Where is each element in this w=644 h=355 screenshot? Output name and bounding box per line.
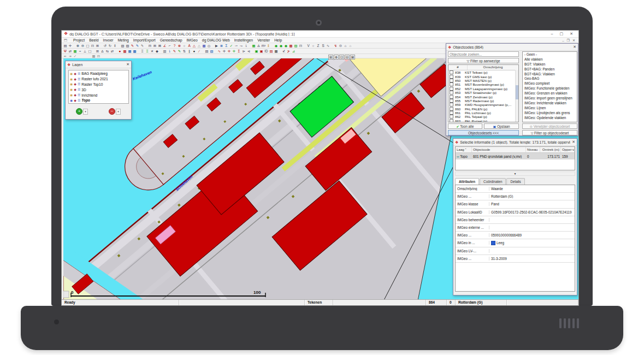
toolbar-icon[interactable]: Z [316, 44, 321, 48]
checkbox-icon[interactable] [491, 241, 495, 245]
toolbar-icon[interactable]: ↯ [333, 44, 338, 48]
toolbar-icon[interactable]: ⇅ [182, 49, 187, 54]
sort-asc-icon[interactable]: ˆ [465, 147, 466, 151]
toolbar-icon[interactable]: ∿ [326, 44, 330, 48]
layer-item[interactable]: ◉ ◆ ☰ Inrichtend [70, 92, 127, 98]
toolbar-icon[interactable]: ∆ [256, 44, 261, 48]
toolbar-icon[interactable]: ○ [182, 44, 187, 48]
toolbar-icon[interactable]: V [306, 44, 311, 48]
objectcode-row[interactable]: 861 PAL Lichtmast (p) [448, 111, 518, 115]
objectcode-checkbox[interactable] [450, 87, 453, 91]
filter-objectcodeset-button[interactable]: ▽ Filter op objectcodeset [522, 130, 577, 135]
remove-layer-dropdown-icon[interactable]: ▾ [116, 109, 121, 115]
toolbar-icon[interactable]: ID [264, 49, 269, 54]
menu-item[interactable]: Help [274, 38, 282, 42]
toolbar-icon[interactable]: m³ [261, 44, 266, 48]
map-zoom-button[interactable]: ⊠ [350, 55, 355, 60]
toolbar-icon[interactable]: ✎ [177, 49, 182, 54]
objectcode-row[interactable]: 854 MST Zendmast (p) [448, 94, 518, 98]
toolbar-icon[interactable]: ⊀ [281, 49, 286, 54]
layer-legend-icon[interactable]: ☰ [78, 99, 80, 102]
toolbar-icon[interactable]: ⊡ [298, 44, 303, 48]
toolbar-icon[interactable]: ✓ [229, 44, 234, 48]
attribute-row[interactable]: IMGeo in ... Leeg [456, 239, 575, 247]
attribute-row[interactable]: IMGeo ... Rotterdam (G) [456, 193, 575, 200]
toolbar-icon[interactable]: ▧ [120, 44, 125, 48]
objectcode-row[interactable]: 838 KST Telkast (p) [448, 70, 518, 74]
layer-item[interactable]: ◉ ◆ ☰ BAG Raadpleeg [70, 71, 127, 76]
layer-visibility-icon[interactable]: ◉ [70, 99, 73, 102]
objectcodeset-item[interactable]: BGT+BAG: Vlakken [523, 72, 577, 77]
toolbar-icon[interactable]: ✎ [140, 44, 145, 48]
toolbar-icon[interactable]: ⊠ [157, 44, 162, 48]
toolbar-icon[interactable]: ▶ [214, 44, 219, 48]
layer-visibility-icon[interactable]: ◉ [70, 82, 73, 86]
objectcodeset-item[interactable]: IMGeo: Grenzen en vlakken [523, 91, 577, 96]
toolbar-icon[interactable]: ▦ [91, 54, 96, 58]
toolbar-icon[interactable]: ◉ [279, 44, 283, 48]
toolbar-icon[interactable]: ✎ [130, 44, 135, 48]
toolbar-icon[interactable]: ▩ [202, 44, 206, 48]
toolbar-icon[interactable]: ◉ [283, 44, 288, 48]
opslaan-button[interactable]: ▣ Opslaan [484, 123, 519, 129]
toolbar-icon[interactable]: ↥ [266, 44, 271, 48]
mdi-minimize-button[interactable]: _ [562, 38, 564, 42]
objectcode-checkbox[interactable] [450, 91, 453, 94]
objectcode-row[interactable]: 855 MST Radermast (p) [448, 99, 518, 103]
layer-item[interactable]: ◉ ◆ ☰ 3D [70, 87, 127, 92]
layer-label[interactable]: Inrichtend [81, 93, 97, 97]
toolbar-icon[interactable]: ▩ [132, 49, 137, 54]
objectcodeset-item[interactable]: IMGeo: import geen grenslijnen [523, 96, 577, 101]
objectcodes-close-icon[interactable]: ✕ [573, 45, 576, 49]
menu-item[interactable]: Meting [117, 38, 128, 42]
menu-item[interactable]: IMGeo [186, 38, 197, 42]
toolbar-icon[interactable]: ▦ [127, 49, 132, 54]
objectcode-checkbox[interactable] [450, 75, 453, 79]
objectcode-row[interactable]: 839 KST GMS kast (p) [448, 74, 518, 78]
layer-visibility-icon[interactable]: ◉ [70, 88, 73, 91]
toolbar-icon[interactable]: ✕ [150, 49, 155, 54]
objectcodeset-item[interactable]: - Geen - [523, 52, 577, 57]
toolbar-icon[interactable]: ⌂ [348, 44, 353, 48]
map-zoom-button[interactable]: ⊞ [328, 55, 333, 60]
toolbar-icon[interactable]: ⊕ [75, 44, 80, 48]
mdi-close-button[interactable]: ✕ [572, 38, 575, 42]
toolbar-icon[interactable]: A [187, 44, 192, 48]
toon-alle-button[interactable]: ✔ Toon alle [448, 123, 482, 129]
objectcode-checkbox[interactable] [450, 115, 453, 119]
layer-legend-icon[interactable]: ☰ [78, 78, 80, 81]
toolbar-icon[interactable]: ⇂ [244, 44, 249, 48]
layer-legend-icon[interactable]: ☰ [78, 88, 80, 91]
attribute-row[interactable]: IMGeo ... 31-3-2009 [456, 255, 575, 263]
toolbar-icon[interactable]: ⇁ [239, 44, 244, 48]
attribute-row[interactable]: IMGeo ... 0599100000666489 [456, 232, 575, 239]
toolbar-icon[interactable]: ⊞ [95, 49, 100, 54]
toolbar-icon[interactable]: ◎ [206, 44, 211, 48]
toolbar-icon[interactable]: ✛ [227, 49, 232, 54]
layer-label[interactable]: Raster lufo 2021 [81, 77, 108, 81]
toolbar-icon[interactable]: ✛ [222, 49, 227, 54]
objectcodeset-item[interactable]: IMGeo: Inrichtende vlakken [523, 101, 577, 106]
mdi-restore-button[interactable]: ❐ [567, 38, 570, 42]
selectie-close-icon[interactable]: ✕ [572, 140, 575, 144]
toolbar-icon[interactable]: ⊗ [177, 44, 182, 48]
objectcode-row[interactable]: 853 MST Straalzender (p) [448, 91, 518, 94]
toolbar-icon[interactable]: Ξ [140, 49, 145, 54]
toolbar-icon[interactable]: ○ [311, 44, 316, 48]
toolbar-icon[interactable]: ⊟ [147, 44, 152, 48]
toolbar-icon[interactable]: ≣ [219, 44, 224, 48]
attribute-row[interactable]: IMGeo beheerder [456, 216, 575, 224]
layer-legend-icon[interactable]: ☰ [78, 72, 80, 75]
objectcode-checkbox[interactable] [450, 107, 453, 111]
toolbar-icon[interactable]: ⊳ [241, 49, 246, 54]
toolbar-icon[interactable]: ✎ [172, 49, 177, 54]
layer-label[interactable]: BAG Raadpleeg [81, 72, 108, 75]
selection-row[interactable]: ∞ Topo 601 PND grondvlak pand (v,mv) 0 1… [456, 153, 575, 159]
toolbar-icon[interactable]: S [321, 44, 326, 48]
toolbar-icon[interactable]: ▤ [63, 44, 68, 48]
objectcode-checkbox[interactable] [450, 119, 453, 122]
toolbar-icon[interactable]: ⊡ [90, 44, 95, 48]
objectcodeset-item[interactable]: Alle vlakken [523, 57, 577, 62]
toolbar-icon[interactable]: ▦ [274, 49, 279, 54]
layer-legend-icon[interactable]: ☰ [78, 93, 80, 97]
